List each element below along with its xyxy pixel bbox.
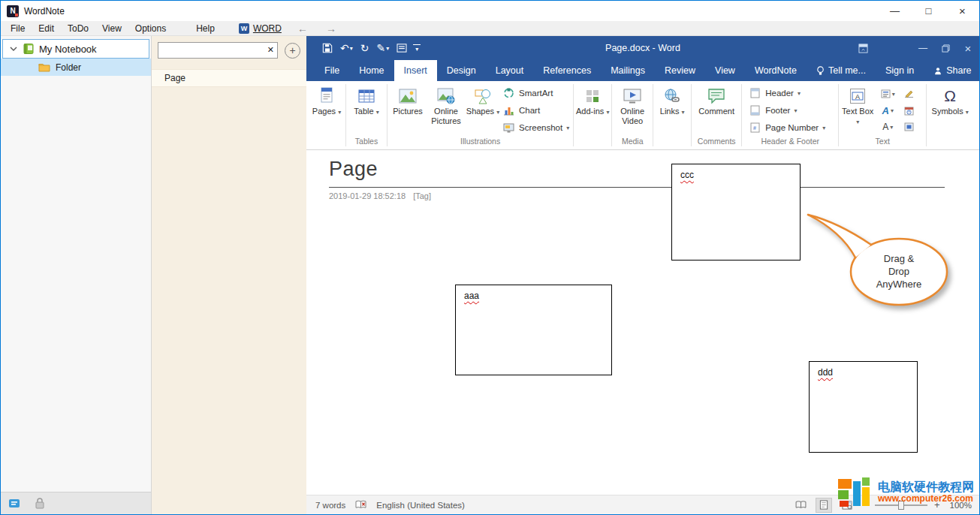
page-list-item[interactable]: Page: [152, 69, 306, 87]
customize-qat-icon[interactable]: ▾: [413, 44, 421, 53]
drop-cap-button[interactable]: A▾: [876, 119, 899, 135]
sidebar-item-folder[interactable]: Folder: [1, 59, 151, 76]
symbols-button[interactable]: Ω Symbols ▾: [928, 83, 972, 137]
minimize-button[interactable]: —: [878, 1, 912, 21]
tab-design[interactable]: Design: [437, 60, 486, 81]
tab-mailings[interactable]: Mailings: [601, 60, 655, 81]
redo-button[interactable]: ↻: [358, 42, 372, 54]
group-header-footer: Header ▾ Footer ▾ # Page Number ▾: [743, 81, 837, 149]
tab-layout[interactable]: Layout: [486, 60, 534, 81]
pages-button[interactable]: Pages ▾: [309, 83, 344, 137]
tab-file[interactable]: File: [315, 60, 349, 81]
menu-view[interactable]: View: [95, 21, 128, 36]
undo-button[interactable]: ↶▾: [338, 42, 355, 54]
smartart-button[interactable]: SmartArt: [500, 86, 571, 101]
sign-in-button[interactable]: Sign in: [876, 60, 924, 81]
lock-icon[interactable]: [35, 498, 44, 509]
group-addins: Add-ins ▾: [575, 81, 610, 149]
language-status[interactable]: English (United States): [376, 501, 465, 510]
forward-arrow-icon[interactable]: →: [317, 23, 345, 35]
comment-button[interactable]: Comment: [695, 83, 738, 137]
note-sync-icon[interactable]: [8, 498, 20, 510]
title-underline: [329, 187, 945, 188]
tab-wordnote[interactable]: WordNote: [745, 60, 807, 81]
close-button[interactable]: ×: [945, 1, 979, 21]
pen-input-button[interactable]: ✎▾: [374, 42, 391, 54]
smartart-icon: [502, 88, 515, 98]
ribbon-tab-bar: File Home Insert Design Layout Reference…: [306, 60, 979, 81]
maximize-button[interactable]: □: [912, 1, 945, 21]
proofing-errors-icon[interactable]: [355, 500, 366, 510]
search-box: ✕: [158, 42, 278, 59]
pictures-button[interactable]: Pictures: [389, 83, 427, 137]
wordart-button[interactable]: A▾: [876, 102, 899, 119]
online-video-button[interactable]: Online Video: [614, 83, 651, 137]
search-input[interactable]: [158, 42, 278, 59]
text-box-button[interactable]: A Text Box ▾: [840, 83, 875, 137]
dropdown-icon: ▾: [794, 107, 797, 114]
tell-me-box[interactable]: Tell me...: [807, 60, 876, 81]
signature-line-button[interactable]: [899, 86, 918, 102]
shapes-button[interactable]: Shapes ▾: [466, 83, 500, 137]
word-logo-icon: W: [239, 23, 249, 34]
chart-button[interactable]: Chart: [500, 103, 571, 118]
read-mode-button[interactable]: [792, 498, 809, 513]
ribbon: Pages ▾ Table ▾ Tables: [306, 81, 979, 150]
undo-dropdown-icon[interactable]: ▾: [350, 45, 353, 52]
dropdown-icon: ▾: [376, 109, 379, 116]
document-canvas[interactable]: Page 2019-01-29 18:52:18[Tag] ccc aaa dd…: [306, 150, 979, 495]
quick-parts-button[interactable]: ▾: [876, 86, 899, 102]
back-arrow-icon[interactable]: ←: [288, 23, 317, 35]
table-button[interactable]: Table ▾: [348, 83, 385, 137]
group-text: A Text Box ▾ ▾ A▾ A▾ Text: [840, 81, 924, 149]
ribbon-display-options-icon[interactable]: [852, 36, 874, 60]
tab-references[interactable]: References: [533, 60, 601, 81]
document-icon[interactable]: [394, 44, 409, 53]
menu-edit[interactable]: Edit: [32, 21, 61, 36]
word-minimize-button[interactable]: —: [912, 36, 934, 60]
print-layout-button[interactable]: [816, 498, 832, 513]
tell-me-label: Tell me...: [828, 65, 866, 76]
page-item-label: Page: [164, 73, 185, 83]
add-ins-button[interactable]: Add-ins ▾: [575, 83, 610, 137]
header-button[interactable]: Header ▾: [746, 86, 828, 101]
textbox-aaa[interactable]: aaa: [455, 285, 612, 375]
add-page-button[interactable]: +: [285, 43, 300, 59]
share-button[interactable]: Share: [924, 60, 980, 81]
online-pictures-button[interactable]: Online Pictures: [427, 83, 466, 137]
group-tables: Table ▾ Tables: [348, 81, 385, 149]
textbox-ddd[interactable]: ddd: [809, 361, 918, 453]
menu-word[interactable]: W WORD: [232, 21, 288, 36]
textbox-ccc[interactable]: ccc: [671, 164, 801, 261]
text-box-icon: A: [849, 86, 866, 107]
group-media: Online Video Media: [614, 81, 651, 149]
screenshot-button[interactable]: Screenshot ▾: [500, 120, 571, 135]
save-button[interactable]: [320, 43, 335, 53]
tab-view[interactable]: View: [705, 60, 745, 81]
footer-button[interactable]: Footer ▾: [746, 103, 828, 118]
menu-todo[interactable]: ToDo: [61, 21, 95, 36]
word-close-button[interactable]: ×: [957, 36, 979, 60]
tab-insert[interactable]: Insert: [394, 60, 437, 81]
tab-home[interactable]: Home: [349, 60, 394, 81]
pen-dropdown-icon[interactable]: ▾: [386, 45, 389, 52]
tab-review[interactable]: Review: [655, 60, 705, 81]
document-title: Page: [329, 158, 378, 181]
word-restore-button[interactable]: [934, 36, 957, 60]
page-number-icon: #: [749, 122, 761, 133]
search-clear-icon[interactable]: ✕: [267, 45, 274, 55]
svg-text:#: #: [753, 125, 756, 131]
links-button[interactable]: Links ▾: [655, 83, 689, 137]
menu-help[interactable]: Help: [189, 21, 222, 36]
menu-file[interactable]: File: [4, 21, 32, 36]
header-icon: [749, 88, 761, 98]
table-icon: [358, 86, 375, 107]
menu-options[interactable]: Options: [128, 21, 173, 36]
word-count[interactable]: 7 words: [315, 501, 345, 510]
dropdown-icon: ▾: [856, 119, 859, 125]
site-watermark: 电脑软硬件教程网 www.computer26.com: [838, 477, 974, 507]
date-time-button[interactable]: [899, 102, 918, 119]
page-number-button[interactable]: # Page Number ▾: [746, 120, 828, 135]
object-button[interactable]: [899, 119, 918, 135]
sidebar-item-my-notebook[interactable]: My Notebook: [2, 39, 149, 59]
